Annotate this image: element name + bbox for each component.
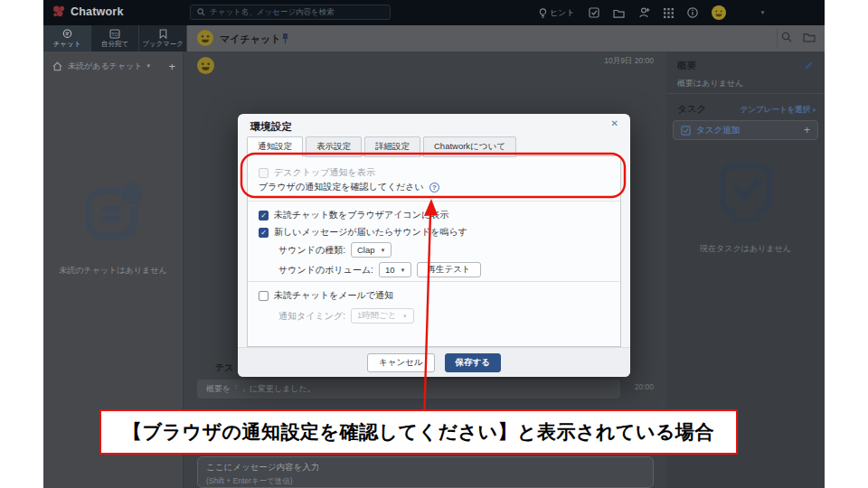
volume-label: サウンドのボリューム: (278, 264, 373, 277)
settings-dialog: 環境設定 通知設定 表示設定 詳細設定 Chatworkについて デスクトップ通… (238, 114, 630, 377)
select-caret-icon (400, 267, 405, 273)
lightbulb-icon (539, 8, 547, 18)
section-divider (248, 281, 620, 282)
chat-header: マイチャット (187, 25, 825, 52)
chatwork-logo-icon (52, 5, 66, 18)
empty-chat-illustration (78, 176, 150, 252)
sound-label: 新しいメッセージが届いたらサウンドを鳴らす (274, 226, 467, 239)
system-message: 概要を「 」に変更しました。 (197, 380, 620, 399)
chat-folder-icon[interactable] (803, 32, 816, 42)
chat-filter-label[interactable]: 未読があるチャット (68, 61, 142, 72)
edit-overview-icon[interactable] (804, 61, 814, 70)
play-test-button[interactable]: 再生テスト (417, 262, 480, 277)
browser-notice-text: ブラウザの通知設定を確認してください (259, 181, 424, 193)
close-icon[interactable] (611, 118, 618, 128)
chat-title: マイチャット (220, 33, 281, 46)
search-icon (197, 8, 205, 16)
empty-chat-text: 未読のチャットはありません (43, 265, 183, 277)
bookmark-icon (159, 29, 167, 39)
tab-advanced-settings[interactable]: 詳細設定 (364, 136, 420, 157)
timing-row: 通知タイミング: 1時間ごと (278, 308, 414, 324)
save-button[interactable]: 保存する (445, 353, 501, 372)
user-avatar[interactable] (712, 5, 726, 20)
select-caret-icon (381, 248, 386, 253)
chevron-down-icon[interactable] (761, 9, 765, 16)
empty-task-text: 現在タスクはありません (666, 243, 825, 255)
pin-icon[interactable] (281, 33, 289, 44)
panel-divider (666, 93, 825, 94)
mail-notification-row: 未読チャットをメールで通知 (259, 289, 393, 302)
chat-search-icon[interactable] (781, 32, 792, 42)
message-avatar[interactable] (197, 57, 214, 74)
screenshot-root: { "topbar": { "logo_text": "Chatwork", "… (0, 0, 868, 488)
chat-bubble-icon (62, 29, 72, 39)
unread-badge-checkbox[interactable] (259, 211, 269, 221)
cancel-button[interactable]: キャンセル (367, 353, 435, 372)
template-select-label: テンプレートを選択 (741, 105, 811, 114)
partial-message-text: テス (215, 361, 233, 374)
dialog-footer: キャンセル 保存する (238, 347, 630, 377)
mail-notification-label: 未読チャットをメールで通知 (274, 289, 393, 302)
volume-row: サウンドのボリューム: 10 再生テスト (278, 262, 481, 277)
template-caret-icon (813, 107, 816, 113)
task-check-icon[interactable] (589, 7, 599, 18)
logo-text: Chatwork (71, 5, 124, 18)
dialog-title: 環境設定 (250, 120, 292, 134)
annotation-caption-text: 【ブラウザの通知設定を確認してください】と表示されている場合 (123, 419, 714, 445)
tab-bookmark-label: ブックマーク (142, 40, 184, 49)
add-contact-icon[interactable] (638, 7, 650, 18)
date-stamp: 10月9日 20:00 (604, 56, 654, 67)
add-task-label: タスク追加 (696, 125, 740, 136)
volume-select[interactable]: 10 (379, 262, 412, 277)
tab-to-me-label: 自分宛て (101, 40, 128, 49)
chat-avatar[interactable] (197, 30, 213, 46)
tab-about-chatwork[interactable]: Chatworkについて (423, 136, 516, 157)
home-icon[interactable] (52, 61, 62, 71)
desktop-notification-label: デスクトップ通知を表示 (274, 166, 375, 179)
tab-display-settings[interactable]: 表示設定 (306, 136, 362, 157)
notification-settings-panel: デスクトップ通知を表示 ブラウザの通知設定を確認してください 未読チャット数をブ… (247, 155, 621, 347)
svg-text:TO: TO (111, 31, 118, 36)
overview-title: 概要 (677, 60, 696, 72)
system-message-text: 概要を「 」に変更しました。 (206, 383, 316, 395)
sound-row: 新しいメッセージが届いたらサウンドを鳴らす (259, 226, 467, 239)
top-navbar: Chatwork チャット名、メッセージ内容を検索 ヒント (43, 0, 825, 25)
sound-type-select[interactable]: Clap (351, 242, 392, 258)
system-message-time: 20:00 (635, 382, 654, 391)
add-task-plus-icon (804, 124, 810, 136)
tab-bookmark[interactable]: ブックマーク (139, 25, 187, 52)
desktop-notification-row: デスクトップ通知を表示 (259, 166, 375, 179)
overview-empty-text: 概要はありません (677, 78, 743, 89)
sound-checkbox[interactable] (259, 228, 269, 238)
chatwork-logo[interactable]: Chatwork (52, 5, 124, 18)
add-task-button[interactable]: タスク追加 (673, 120, 818, 140)
new-chat-button[interactable] (168, 61, 175, 72)
mail-notification-checkbox[interactable] (259, 291, 269, 301)
tab-notification-settings[interactable]: 通知設定 (247, 136, 303, 157)
hint-button[interactable]: ヒント (539, 7, 575, 19)
help-icon[interactable] (429, 183, 439, 192)
filter-caret-icon[interactable] (146, 62, 150, 70)
chat-header-actions (781, 32, 816, 42)
timing-label: 通知タイミング: (278, 310, 345, 323)
desktop-notification-checkbox[interactable] (259, 168, 269, 178)
task-add-check-icon (681, 126, 691, 136)
search-placeholder: チャット名、メッセージ内容を検索 (210, 7, 335, 18)
tab-chat[interactable]: チャット (43, 25, 91, 52)
sound-type-value: Clap (357, 245, 375, 255)
chat-filter-row: 未読があるチャット (52, 59, 175, 73)
tab-to-me[interactable]: TO 自分宛て (91, 25, 139, 52)
apps-grid-icon[interactable] (664, 8, 674, 18)
dialog-tabs: 通知設定 表示設定 詳細設定 Chatworkについて (247, 136, 519, 156)
folder-icon[interactable] (613, 8, 625, 18)
info-icon[interactable] (687, 7, 698, 18)
global-search-input[interactable]: チャット名、メッセージ内容を検索 (190, 5, 391, 20)
unread-badge-label: 未読チャット数をブラウザアイコンに表示 (274, 209, 448, 221)
template-select-button[interactable]: テンプレートを選択 (741, 105, 816, 116)
browser-notice-row: ブラウザの通知設定を確認してください (259, 181, 439, 193)
empty-task-illustration (710, 155, 782, 230)
message-input[interactable]: ここにメッセージ内容を入力 (Shift + Enterキーで送信) (197, 456, 654, 488)
timing-value: 1時間ごと (357, 310, 397, 322)
sound-type-row: サウンドの種類: Clap (278, 242, 392, 258)
timing-select[interactable]: 1時間ごと (351, 308, 414, 324)
